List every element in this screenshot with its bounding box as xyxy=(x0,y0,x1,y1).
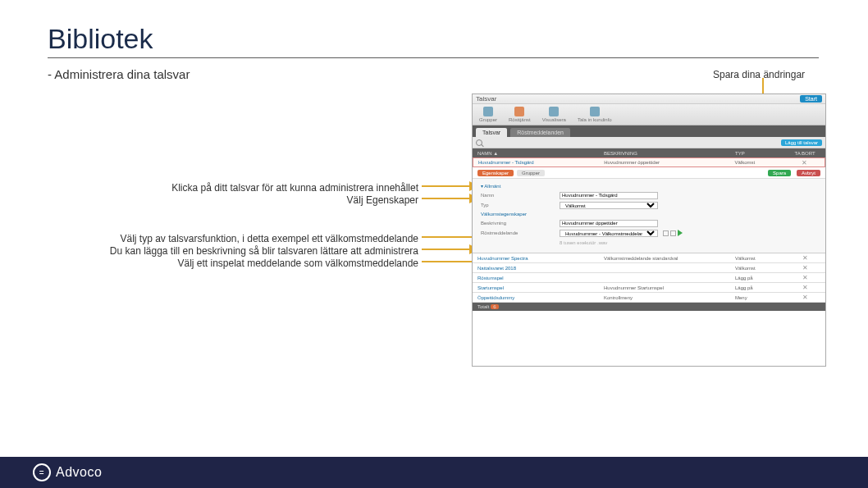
toolbar-kundinfo[interactable]: Tala in kundinfo xyxy=(578,107,612,122)
table-row-selected[interactable]: Huvudnummer - Tidsgärd Huvudnummer öppet… xyxy=(473,157,825,167)
msg-select[interactable]: Huvudnummer - Välkomstmeddelande xyxy=(560,230,658,237)
row-type: Lägg på xyxy=(735,285,784,290)
app-header: Talsvar Start xyxy=(473,94,825,104)
row-name: Röstumspel xyxy=(473,276,604,280)
title-rule xyxy=(48,57,819,58)
search-row: Lägg till talsvar xyxy=(473,137,825,148)
toolbar-visualisera[interactable]: Visualisera xyxy=(542,107,566,122)
row-type: Lägg på xyxy=(735,276,784,280)
tab-row: Talsvar Röstmeddelanden xyxy=(473,125,825,137)
row-desc: Kontrollmeny xyxy=(604,295,735,300)
toolbar-label: Tala in kundinfo xyxy=(578,117,612,122)
app-title: Talsvar xyxy=(476,95,496,103)
th-name[interactable]: NAMN ▲ xyxy=(473,151,604,156)
table-body: Huvudnummer SpectraVälkomstmeddelande st… xyxy=(473,253,825,303)
play-icon[interactable] xyxy=(678,230,683,236)
tab-rostmeddelanden[interactable]: Röstmeddelanden xyxy=(510,128,570,137)
th-delete: TA BORT xyxy=(784,151,825,156)
page-subtitle: - Administrera dina talsvar xyxy=(48,67,190,81)
toolbar-grupper[interactable]: Grupper xyxy=(479,107,497,122)
field-file: 8 tusen exekutör .wav xyxy=(481,238,817,248)
row-name: Huvudnummer Spectra xyxy=(473,256,604,261)
footer-count: 6 xyxy=(491,304,498,309)
row-type: Välkomst xyxy=(735,266,784,271)
subtab-grupper[interactable]: Grupper xyxy=(517,170,545,176)
th-desc[interactable]: BESKRIVNING xyxy=(604,151,735,156)
subtab-row: Egenskaper Grupper Spara Avbryt xyxy=(473,167,825,179)
instruction-5: Välj ett inspelat meddelande som välkoms… xyxy=(98,257,418,271)
row-name: Huvudnummer - Tidsgärd xyxy=(473,160,604,165)
th-type[interactable]: TYP xyxy=(735,151,784,156)
table-row[interactable]: ÖppettidsdummyKontrollmenyMeny✕ xyxy=(473,293,825,303)
tab-talsvar[interactable]: Talsvar xyxy=(476,128,507,137)
toolbar-label: Grupper xyxy=(479,117,497,122)
record-icon xyxy=(590,107,600,116)
stop-icon[interactable] xyxy=(670,230,676,236)
delete-icon[interactable]: ✕ xyxy=(784,274,825,281)
table-row[interactable]: StartumspelHuvudnummer StartumspelLägg p… xyxy=(473,283,825,293)
field-message: Röstmeddelande Huvudnummer - Välkomstmed… xyxy=(481,228,817,238)
table-footer: Totalt 6 xyxy=(473,303,825,311)
app-screenshot: Talsvar Start Grupper Rösttjänst Visuali… xyxy=(472,93,826,367)
cancel-button[interactable]: Avbryt xyxy=(797,170,820,176)
toolbar: Grupper Rösttjänst Visualisera Tala in k… xyxy=(473,104,825,125)
subtab-egenskaper[interactable]: Egenskaper xyxy=(477,170,514,176)
row-desc: Välkomstmeddelande standardval xyxy=(604,256,735,261)
footer-label: Totalt xyxy=(477,304,489,309)
field-desc: Beskrivning xyxy=(481,218,817,228)
desc-label: Beskrivning xyxy=(481,221,555,226)
table-row[interactable]: Huvudnummer SpectraVälkomstmeddelande st… xyxy=(473,253,825,263)
desc-input[interactable] xyxy=(560,220,658,227)
toolbar-label: Visualisera xyxy=(542,117,566,122)
table-row[interactable]: RöstumspelLägg på✕ xyxy=(473,273,825,283)
table-header: NAMN ▲ BESKRIVNING TYP TA BORT xyxy=(473,148,825,157)
toolbar-rosttjanst[interactable]: Rösttjänst xyxy=(509,107,531,122)
visualize-icon xyxy=(549,107,559,116)
type-label: Typ xyxy=(481,203,555,208)
row-type: Välkomst xyxy=(735,256,784,261)
brand-name: Advoco xyxy=(56,465,102,480)
delete-icon[interactable]: ✕ xyxy=(784,254,825,262)
audio-controls xyxy=(663,230,683,236)
row-type: Välkomst xyxy=(735,160,784,165)
row-name: Startumspel xyxy=(473,285,604,290)
group-icon xyxy=(483,107,493,116)
type-select[interactable]: Välkomst xyxy=(560,202,658,209)
logo-icon: = xyxy=(33,463,51,481)
msg-label: Röstmeddelande xyxy=(481,230,555,235)
delete-icon[interactable]: ✕ xyxy=(784,294,825,301)
file-name: 8 tusen exekutör .wav xyxy=(560,240,607,245)
instruction-2: Välj Egenskaper xyxy=(57,194,418,208)
save-note: Spara dina ändringar xyxy=(713,69,805,80)
section-title[interactable]: ▾ Allmänt xyxy=(481,183,817,189)
row-name: Nattalsvaret 2018 xyxy=(473,266,604,271)
add-button[interactable]: Lägg till talsvar xyxy=(781,139,822,146)
row-desc: Huvudnummer Startumspel xyxy=(604,285,735,290)
delete-icon[interactable]: ✕ xyxy=(783,159,825,166)
toolbar-label: Rösttjänst xyxy=(509,117,531,122)
name-label: Namn xyxy=(481,193,555,198)
brand-logo: = Advoco xyxy=(33,463,102,481)
properties-panel: ▾ Allmänt Namn Typ Välkomst Välkomstegen… xyxy=(473,179,825,253)
delete-icon[interactable]: ✕ xyxy=(784,284,825,291)
row-type: Meny xyxy=(735,295,784,300)
page-title: Bibliotek xyxy=(48,23,153,55)
field-name: Namn xyxy=(481,190,817,200)
slide-footer: = Advoco xyxy=(0,457,868,488)
table-row[interactable]: Nattalsvaret 2018Välkomst✕ xyxy=(473,263,825,273)
delete-icon[interactable]: ✕ xyxy=(784,264,825,271)
field-type: Typ Välkomst xyxy=(481,200,817,210)
search-icon[interactable] xyxy=(476,139,482,146)
prev-icon[interactable] xyxy=(663,230,669,236)
name-input[interactable] xyxy=(560,192,658,199)
row-desc: Huvudnummer öppettider xyxy=(604,160,734,165)
save-button[interactable]: Spara xyxy=(768,170,791,176)
welcome-section: Välkomstegenskaper xyxy=(481,212,817,217)
row-name: Öppettidsdummy xyxy=(473,295,604,300)
voice-icon xyxy=(514,107,524,116)
start-button[interactable]: Start xyxy=(800,95,822,103)
